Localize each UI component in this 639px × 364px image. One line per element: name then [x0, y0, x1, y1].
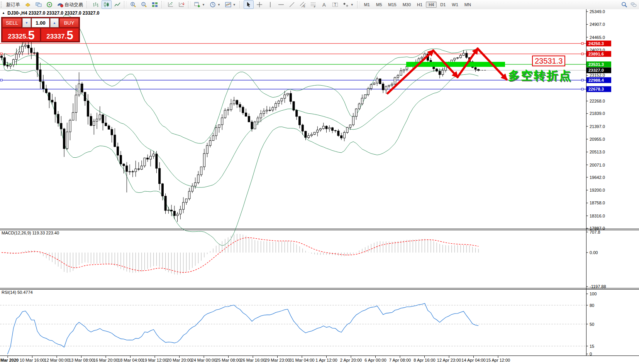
chart-ohlc: 23327.0 23327.0 23327.0 23327.0 [29, 10, 100, 16]
collapse-panel-icon[interactable]: ▲ [2, 11, 5, 15]
svg-text:9 Mar 2020: 9 Mar 2020 [0, 358, 19, 362]
macd-indicator-label: MACD(12,26,9) 119.33 223.40 [2, 231, 59, 235]
buy-button[interactable]: BUY [59, 18, 79, 27]
svg-text:16 Mar 20:00: 16 Mar 20:00 [93, 358, 119, 362]
one-click-trading-panel: SELL ▼ 1.00 ▲ BUY 23325.5 23337.5 [1, 17, 80, 42]
sell-price-display[interactable]: 23325.5 [2, 28, 40, 41]
svg-text:18758.0: 18758.0 [590, 201, 605, 205]
svg-text:20 Mar 20:00: 20 Mar 20:00 [167, 358, 192, 362]
buy-price-big: 5 [66, 30, 73, 40]
line-anchor [0, 79, 2, 81]
svg-text:-1197.88: -1197.88 [590, 284, 606, 289]
svg-text:23327.0: 23327.0 [588, 68, 604, 72]
svg-text:13 Mar 08:00: 13 Mar 08:00 [69, 358, 94, 362]
svg-text:50: 50 [590, 322, 594, 327]
volume-decrease-button[interactable]: ▼ [22, 18, 31, 27]
svg-text:18 Mar 04:00: 18 Mar 04:00 [118, 358, 143, 362]
sell-price-main: 23325 [8, 33, 26, 40]
sell-button[interactable]: SELL [2, 18, 22, 27]
price-annotation-box: 23531.3 [532, 56, 565, 66]
svg-text:20955.0: 20955.0 [590, 137, 605, 142]
svg-text:6 Apr 00:00: 6 Apr 00:00 [364, 358, 386, 362]
svg-text:80: 80 [590, 303, 594, 308]
svg-text:0: 0 [590, 352, 592, 356]
svg-text:1 Apr 12:00: 1 Apr 12:00 [315, 358, 337, 362]
svg-text:22268.0: 22268.0 [590, 99, 605, 103]
svg-text:8 Apr 16:00: 8 Apr 16:00 [414, 358, 435, 362]
line-anchor [581, 79, 583, 81]
buy-price-display[interactable]: 23337.5 [41, 28, 79, 41]
svg-text:20071.0: 20071.0 [590, 163, 605, 167]
svg-text:12 Mar 00:00: 12 Mar 00:00 [44, 358, 69, 362]
svg-text:23891.6: 23891.6 [588, 52, 604, 56]
svg-text:15: 15 [590, 344, 594, 349]
svg-text:21839.0: 21839.0 [590, 111, 605, 116]
line-anchor [581, 88, 583, 90]
svg-text:12 Apr 23:00: 12 Apr 23:00 [437, 358, 461, 362]
svg-text:100: 100 [590, 292, 597, 296]
svg-text:15 Apr 12:00: 15 Apr 12:00 [486, 358, 510, 362]
svg-text:21397.0: 21397.0 [590, 124, 605, 129]
sell-price-big: 5 [28, 30, 34, 40]
svg-text:14 Apr 04:00: 14 Apr 04:00 [461, 358, 485, 362]
svg-text:23531.3: 23531.3 [588, 62, 604, 67]
volume-increase-button[interactable]: ▲ [50, 18, 59, 27]
volume-input[interactable]: 1.00 [32, 18, 49, 27]
line-anchor [581, 53, 583, 55]
svg-text:707.8: 707.8 [590, 230, 600, 234]
svg-text:24 Mar 00:00: 24 Mar 00:00 [192, 358, 217, 362]
chart-symbol-period: DJ30-,H4 [7, 10, 27, 16]
svg-text:19 Mar 12:00: 19 Mar 12:00 [142, 358, 168, 362]
rsi-indicator-label: RSI(14) 50.4774 [2, 290, 33, 295]
buy-price-main: 23337 [46, 33, 64, 40]
svg-text:26 Mar 16:00: 26 Mar 16:00 [241, 358, 266, 362]
svg-text:18316.0: 18316.0 [590, 214, 605, 218]
svg-text:29 Mar 23:00: 29 Mar 23:00 [265, 358, 290, 362]
svg-text:22678.3: 22678.3 [588, 87, 604, 91]
chart-plot[interactable]: 25349.024907.024465.024023.023152.022268… [0, 0, 639, 364]
svg-text:24250.3: 24250.3 [588, 41, 604, 46]
svg-text:0.00: 0.00 [590, 250, 598, 255]
svg-text:23152.0: 23152.0 [590, 73, 605, 78]
svg-text:2 Apr 20:00: 2 Apr 20:00 [340, 358, 362, 362]
svg-text:25349.0: 25349.0 [590, 9, 605, 14]
svg-text:24907.0: 24907.0 [590, 22, 605, 27]
chart-title: ▲ DJ30-,H4 23327.0 23327.0 23327.0 23327… [2, 10, 99, 16]
line-anchor [581, 42, 583, 44]
svg-text:7 Apr 08:00: 7 Apr 08:00 [389, 358, 411, 362]
svg-text:19200.0: 19200.0 [590, 188, 605, 192]
chinese-annotation: 多空转折点 [508, 68, 572, 84]
svg-text:19642.0: 19642.0 [590, 175, 605, 180]
svg-text:24465.0: 24465.0 [590, 35, 605, 40]
svg-text:25 Mar 08:00: 25 Mar 08:00 [216, 358, 241, 362]
svg-text:10 Mar 16:00: 10 Mar 16:00 [20, 358, 45, 362]
svg-text:31 Mar 04:00: 31 Mar 04:00 [290, 358, 315, 362]
svg-text:22988.4: 22988.4 [588, 78, 604, 83]
svg-text:20513.0: 20513.0 [590, 150, 605, 154]
